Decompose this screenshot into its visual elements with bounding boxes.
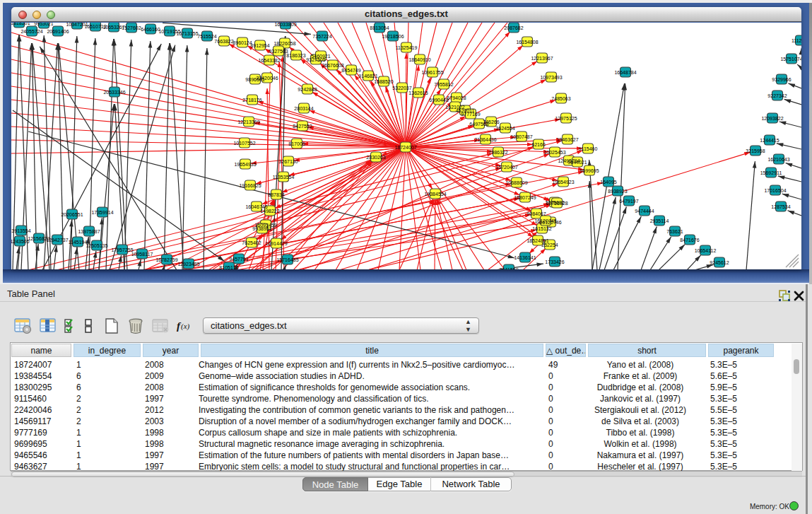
svg-text:14136141: 14136141 [514,255,536,260]
svg-text:10688609: 10688609 [505,180,527,185]
svg-text:19218506: 19218506 [382,34,404,39]
svg-text:9084067: 9084067 [526,211,546,216]
svg-text:18724007: 18724007 [394,145,416,150]
svg-text:1527602: 1527602 [122,25,141,30]
svg-text:5322037: 5322037 [392,86,411,90]
svg-text:9699695: 9699695 [579,168,599,173]
svg-text:9242848: 9242848 [298,87,317,92]
svg-text:12213369: 12213369 [237,119,259,124]
svg-text:8427552: 8427552 [293,124,312,129]
svg-text:9115460: 9115460 [579,146,598,151]
svg-text:9938951: 9938951 [252,226,271,231]
svg-text:18463627: 18463627 [556,137,578,142]
svg-text:9474444: 9474444 [635,209,654,214]
svg-text:(x): (x) [181,322,190,331]
svg-text:763621: 763621 [666,229,683,234]
svg-text:10756928: 10756928 [546,201,567,206]
svg-text:8454749: 8454749 [341,68,360,73]
svg-text:8813054: 8813054 [370,25,389,30]
svg-text:13975887: 13975887 [78,229,100,234]
svg-text:12975125: 12975125 [555,116,577,121]
svg-text:19384554: 19384554 [424,192,446,197]
svg-text:15692911: 15692911 [760,170,782,175]
svg-text:16154808: 16154808 [516,40,538,45]
svg-text:1733426: 1733426 [545,259,564,264]
svg-text:1244415: 1244415 [760,138,779,143]
svg-text:817006: 817006 [288,141,305,146]
svg-text:26676608: 26676608 [322,63,343,68]
svg-text:21818201: 21818201 [11,23,30,25]
svg-text:21364436: 21364436 [474,137,496,142]
svg-text:9146821: 9146821 [358,74,377,78]
svg-text:17957255: 17957255 [111,247,133,252]
svg-text:24055724: 24055724 [20,29,42,34]
svg-text:252254: 252254 [541,243,558,247]
svg-text:6794028: 6794028 [447,95,466,100]
svg-text:12213967: 12213967 [531,56,553,61]
svg-text:9777169: 9777169 [461,112,480,117]
svg-text:10107552: 10107552 [233,141,255,146]
svg-text:8186323: 8186323 [286,53,305,58]
svg-text:746266: 746266 [483,119,499,124]
svg-text:2718176: 2718176 [242,98,261,103]
svg-text:3215958: 3215958 [746,148,765,153]
svg-text:10025453: 10025453 [543,150,565,155]
svg-text:8105174: 8105174 [219,265,238,270]
svg-text:20533346: 20533346 [103,90,125,95]
svg-text:7357224: 7357224 [312,34,331,39]
svg-text:16782759: 16782759 [155,257,177,262]
svg-text:16914479: 16914479 [265,241,287,246]
svg-text:9953021: 9953021 [34,23,53,26]
svg-text:6466160: 6466160 [141,27,160,32]
svg-text:11325419: 11325419 [396,45,418,50]
svg-text:10958117: 10958117 [131,252,153,257]
svg-text:19654935: 19654935 [234,162,256,167]
svg-text:7341559: 7341559 [499,267,518,270]
svg-text:20206551: 20206551 [61,212,83,217]
svg-text:887834: 887834 [268,192,284,197]
svg-text:1145194: 1145194 [69,240,88,245]
svg-text:8960124: 8960124 [233,40,252,45]
svg-text:16120745: 16120745 [534,218,556,223]
svg-text:15716485: 15716485 [276,257,298,262]
svg-text:15751074: 15751074 [780,57,801,62]
svg-text:9245612: 9245612 [710,260,729,265]
svg-text:7515524: 7515524 [197,34,216,39]
svg-text:1112843: 1112843 [792,38,801,43]
svg-text:1498222: 1498222 [260,209,279,214]
svg-text:16648784: 16648784 [614,70,636,75]
svg-text:10973493: 10973493 [540,75,562,80]
svg-text:18640910: 18640910 [408,57,430,62]
svg-text:15720407: 15720407 [495,165,517,170]
svg-text:9327503: 9327503 [269,49,288,54]
svg-text:9457791: 9457791 [229,257,248,262]
svg-text:8471676: 8471676 [680,238,699,243]
svg-text:8938923: 8938923 [608,189,627,194]
svg-text:1243505: 1243505 [11,239,30,244]
svg-text:7625402: 7625402 [242,240,261,245]
svg-text:16543382: 16543382 [258,58,280,63]
svg-text:2830203: 2830203 [366,155,385,160]
svg-text:18807249: 18807249 [514,195,536,200]
svg-text:2803144: 2803144 [294,106,313,111]
svg-text:8912954: 8912954 [250,43,269,48]
svg-text:6479197: 6479197 [619,199,638,204]
svg-text:16033809: 16033809 [274,23,296,27]
svg-text:12942737: 12942737 [46,238,68,243]
svg-text:12923485: 12923485 [177,262,199,267]
svg-text:3913554: 3913554 [11,228,30,233]
svg-text:12093822: 12093822 [761,116,783,121]
svg-text:17016504: 17016504 [764,188,786,193]
svg-text:1588520: 1588520 [374,79,393,84]
svg-text:2087682: 2087682 [504,25,523,30]
svg-text:9227342: 9227342 [767,93,787,98]
svg-text:20691406: 20691406 [47,29,69,34]
svg-text:1362615: 1362615 [408,90,428,95]
svg-text:62160: 62160 [531,142,546,147]
svg-text:7986322: 7986322 [488,150,507,155]
svg-text:7955812: 7955812 [434,82,453,87]
svg-text:164095: 164095 [600,180,616,185]
svg-text:16210643: 16210643 [767,157,789,162]
svg-text:19654923: 19654923 [552,180,574,185]
svg-text:2935114: 2935114 [650,218,669,223]
